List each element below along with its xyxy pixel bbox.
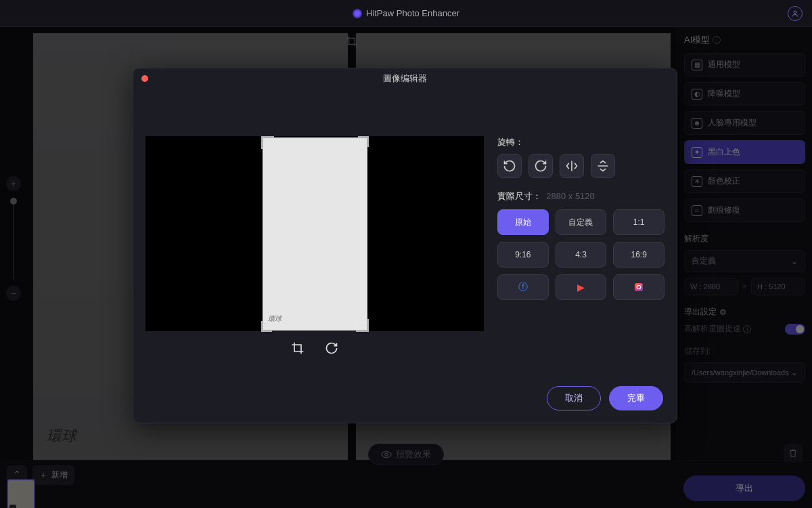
app-title: HitPaw Photo Enhancer <box>366 8 459 18</box>
reset-icon[interactable] <box>323 339 340 357</box>
crop-tool-icon[interactable] <box>289 339 307 357</box>
ratio-9-16[interactable]: 9:16 <box>497 242 549 268</box>
svg-point-4 <box>641 284 642 286</box>
done-button[interactable]: 完畢 <box>609 386 663 410</box>
youtube-icon: ▶ <box>577 282 585 293</box>
image-editor-modal: 圖像编辑器 環球 旋轉： <box>133 68 677 423</box>
crop-photo[interactable]: 環球 <box>263 137 367 331</box>
ratio-original[interactable]: 原始 <box>497 209 549 235</box>
ratio-4-3[interactable]: 4:3 <box>556 242 607 268</box>
facebook-icon: ⓕ <box>518 281 528 293</box>
modal-title: 圖像编辑器 <box>383 72 427 85</box>
ratio-custom[interactable]: 自定義 <box>556 209 607 235</box>
cancel-button[interactable]: 取消 <box>547 386 601 410</box>
crop-canvas[interactable]: 環球 <box>145 136 484 331</box>
actual-size-value: 2880 x 5120 <box>546 191 595 201</box>
rotate-cw-button[interactable] <box>528 154 553 178</box>
actual-size-label: 實際尺寸： 2880 x 5120 <box>497 190 664 203</box>
rotate-label: 旋轉： <box>497 136 664 148</box>
ratio-youtube[interactable]: ▶ <box>556 274 607 300</box>
rotate-ccw-button[interactable] <box>497 154 522 178</box>
titlebar: HitPaw Photo Enhancer <box>0 0 812 27</box>
ratio-instagram[interactable] <box>613 274 664 300</box>
ratio-16-9[interactable]: 16:9 <box>613 242 664 268</box>
instagram-icon <box>633 282 644 293</box>
account-icon[interactable] <box>788 6 803 21</box>
close-icon[interactable] <box>141 75 148 82</box>
flip-horizontal-button[interactable] <box>560 154 584 178</box>
flip-vertical-button[interactable] <box>591 154 615 178</box>
ratio-facebook[interactable]: ⓕ <box>497 274 549 300</box>
svg-rect-2 <box>635 283 643 291</box>
ratio-1-1[interactable]: 1:1 <box>613 209 664 235</box>
svg-point-0 <box>794 11 796 14</box>
app-logo-icon <box>353 9 362 18</box>
